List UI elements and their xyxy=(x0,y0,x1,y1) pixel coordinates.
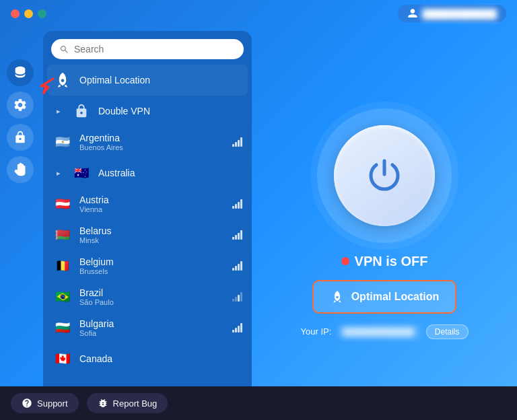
vpn-status: VPN is OFF xyxy=(341,254,428,269)
search-bar[interactable] xyxy=(51,39,244,59)
australia-name: Australia xyxy=(98,168,242,178)
traffic-lights xyxy=(11,9,46,18)
server-item-argentina[interactable]: 🇦🇷 Argentina Buenos Aires xyxy=(47,127,248,158)
double-vpn-lock-icon xyxy=(74,104,89,118)
ip-label: Your IP: xyxy=(301,326,332,337)
sidebar-item-killswitch[interactable] xyxy=(7,156,34,183)
server-list[interactable]: Optimal Location ▸ Double VPN 🇦🇷 xyxy=(43,65,252,416)
sidebar-item-settings[interactable] xyxy=(7,92,34,118)
titlebar: ████████████ xyxy=(0,0,517,27)
server-item-australia[interactable]: ▸ 🇦🇺 Australia xyxy=(47,158,248,188)
server-icon xyxy=(13,65,28,80)
support-label: Support xyxy=(37,398,68,409)
bottom-bar: Support Report Bug xyxy=(0,386,517,420)
server-item-austria[interactable]: 🇦🇹 Austria Vienna xyxy=(47,188,248,219)
canada-flag: 🇨🇦 xyxy=(53,349,73,369)
brazil-flag: 🇧🇷 xyxy=(53,287,73,307)
double-vpn-item[interactable]: ▸ Double VPN xyxy=(47,96,248,127)
bug-icon xyxy=(98,398,108,409)
power-button[interactable] xyxy=(334,125,435,226)
connect-button-label: Optimal Location xyxy=(351,291,440,303)
server-panel: Optimal Location ▸ Double VPN 🇦🇷 xyxy=(43,31,252,416)
search-icon xyxy=(59,44,69,55)
belgium-name: Belgium Brussels xyxy=(79,256,226,275)
vpn-status-text: VPN is OFF xyxy=(355,254,428,269)
server-item-belgium[interactable]: 🇧🇪 Belgium Brussels xyxy=(47,250,248,281)
ip-row: Your IP: ███████████ Details xyxy=(301,324,469,339)
right-panel: VPN is OFF Optimal Location Your IP: ███… xyxy=(252,27,517,420)
power-button-outer xyxy=(317,108,452,243)
hand-icon xyxy=(13,163,27,176)
lock-icon xyxy=(13,131,27,144)
main-layout: Optimal Location ▸ Double VPN 🇦🇷 xyxy=(0,27,517,420)
signal-bars-austria xyxy=(232,199,242,209)
signal-bars-bulgaria xyxy=(232,323,242,332)
canada-name: Canada xyxy=(79,353,242,364)
austria-flag: 🇦🇹 xyxy=(53,194,73,214)
austria-name: Austria Vienna xyxy=(79,195,226,213)
server-item-bulgaria[interactable]: 🇧🇬 Bulgaria Sofia xyxy=(47,312,248,343)
gear-icon xyxy=(13,98,28,112)
expand-australia[interactable]: ▸ xyxy=(53,167,65,179)
user-name: ████████████ xyxy=(422,9,497,19)
belarus-flag: 🇧🇾 xyxy=(53,225,73,245)
optimal-location-name: Optimal Location xyxy=(79,75,242,85)
power-icon xyxy=(364,155,405,196)
user-badge[interactable]: ████████████ xyxy=(398,5,506,22)
double-vpn-name: Double VPN xyxy=(98,106,242,116)
user-icon xyxy=(407,8,418,19)
sidebar-icons xyxy=(0,27,40,420)
signal-bars-brazil xyxy=(232,292,242,302)
bulgaria-flag: 🇧🇬 xyxy=(53,318,73,338)
sidebar-item-servers[interactable] xyxy=(7,59,34,86)
maximize-button[interactable] xyxy=(38,9,46,18)
brazil-name: Brazil São Paulo xyxy=(79,287,226,306)
close-button[interactable] xyxy=(11,9,20,18)
server-item-brazil[interactable]: 🇧🇷 Brazil São Paulo xyxy=(47,281,248,312)
minimize-button[interactable] xyxy=(24,9,33,18)
connect-rocket-icon xyxy=(330,289,345,304)
report-bug-button[interactable]: Report Bug xyxy=(87,393,168,413)
signal-bars-belgium xyxy=(232,261,242,271)
expand-double-vpn[interactable]: ▸ xyxy=(53,105,65,117)
server-item-canada[interactable]: 🇨🇦 Canada xyxy=(47,343,248,374)
signal-bars-argentina xyxy=(232,137,242,147)
double-vpn-icon xyxy=(71,101,92,121)
bulgaria-name: Bulgaria Sofia xyxy=(79,318,226,337)
signal-bars-belarus xyxy=(232,230,242,240)
arrow-indicator xyxy=(35,73,59,100)
optimal-location-item[interactable]: Optimal Location xyxy=(47,65,248,96)
belgium-flag: 🇧🇪 xyxy=(53,256,73,276)
connect-button[interactable]: Optimal Location xyxy=(312,280,457,314)
server-item-belarus[interactable]: 🇧🇾 Belarus Minsk xyxy=(47,219,248,250)
status-dot xyxy=(341,257,349,265)
sidebar-item-privacy[interactable] xyxy=(7,124,34,151)
details-button[interactable]: Details xyxy=(426,324,469,339)
search-input[interactable] xyxy=(74,44,236,55)
australia-flag: 🇦🇺 xyxy=(71,163,92,183)
report-bug-label: Report Bug xyxy=(113,398,158,409)
belarus-name: Belarus Minsk xyxy=(79,225,226,244)
argentina-flag: 🇦🇷 xyxy=(53,132,73,152)
ip-value: ███████████ xyxy=(338,326,419,338)
argentina-name: Argentina Buenos Aires xyxy=(79,133,226,151)
